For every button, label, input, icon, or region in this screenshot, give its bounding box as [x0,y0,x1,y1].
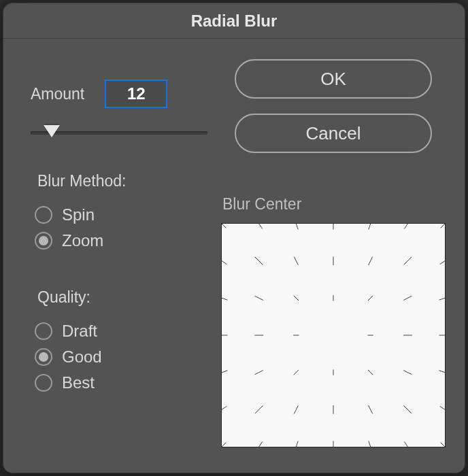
svg-line-5 [222,406,227,413]
svg-line-8 [255,257,263,265]
svg-line-29 [368,296,373,301]
svg-line-9 [255,296,263,300]
amount-label: Amount [31,85,84,103]
svg-line-0 [222,224,226,228]
quality-label: Best [62,373,95,392]
quality-option-best[interactable]: Best [35,373,207,392]
radio-icon [35,322,52,340]
svg-line-31 [368,370,373,375]
svg-line-35 [404,257,412,265]
svg-line-2 [222,296,227,301]
svg-line-19 [294,405,298,413]
blur-center-label: Blur Center [222,195,301,214]
blur-center-preview[interactable] [221,223,446,447]
svg-line-4 [222,371,227,375]
svg-line-7 [256,224,263,228]
svg-line-6 [222,443,226,447]
blur-method-label: Zoom [62,231,103,250]
blur-method-option-zoom[interactable]: Zoom [35,231,207,250]
quality-option-draft[interactable]: Draft [35,322,207,341]
quality-label: Draft [62,322,97,341]
svg-line-42 [440,258,445,265]
slider-thumb[interactable] [44,125,60,137]
svg-line-27 [369,224,373,229]
amount-row: Amount [31,80,207,108]
quality-label: Good [62,347,102,367]
radio-icon [35,374,52,392]
svg-line-38 [403,371,412,375]
svg-line-47 [441,443,445,447]
right-column: OK Cancel Blur Center [221,59,446,452]
quality-title: Quality: [37,288,207,307]
svg-line-41 [441,224,445,228]
svg-line-39 [404,406,412,414]
svg-line-20 [295,441,299,447]
amount-input[interactable] [105,80,167,108]
svg-line-15 [294,257,298,265]
svg-line-45 [439,371,445,375]
svg-line-33 [369,441,373,447]
svg-line-43 [439,296,445,301]
radio-icon [35,206,52,224]
radial-blur-dialog: Radial Blur Amount Blur Method: SpinZoom… [3,3,465,473]
blur-center-grid [222,224,445,447]
svg-line-18 [294,370,299,375]
svg-line-16 [294,296,299,301]
blur-method-title: Blur Method: [37,172,207,190]
quality-option-good[interactable]: Good [35,347,207,367]
blur-method-option-spin[interactable]: Spin [35,205,207,224]
radio-icon [35,348,52,366]
cancel-button[interactable]: Cancel [235,114,432,153]
svg-line-32 [369,405,373,413]
amount-slider[interactable] [31,124,207,141]
svg-line-11 [255,371,263,375]
svg-line-40 [404,442,411,447]
blur-method-label: Spin [62,205,95,224]
svg-line-1 [222,258,227,265]
svg-line-36 [403,296,412,300]
radio-icon [35,232,52,250]
svg-line-13 [256,442,263,447]
svg-line-12 [255,406,263,414]
svg-line-28 [369,257,373,265]
left-column: Amount Blur Method: SpinZoom Quality: Dr… [31,59,207,452]
svg-line-34 [404,224,411,228]
svg-line-46 [440,406,445,413]
dialog-title: Radial Blur [3,3,465,39]
svg-line-14 [295,224,299,229]
ok-button[interactable]: OK [235,59,432,99]
dialog-content: Amount Blur Method: SpinZoom Quality: Dr… [3,39,465,473]
